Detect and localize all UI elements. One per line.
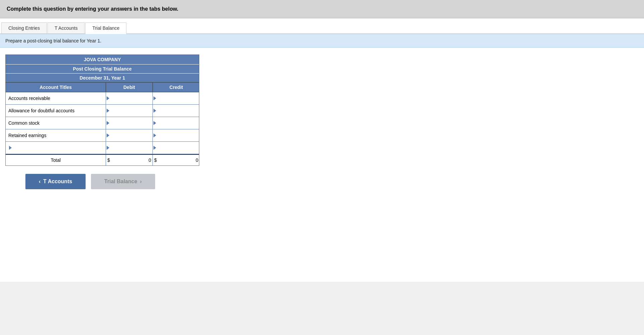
- back-button[interactable]: ‹ T Accounts: [25, 174, 86, 189]
- tab-closing-entries[interactable]: Closing Entries: [1, 22, 47, 33]
- credit-input-3[interactable]: [156, 131, 200, 139]
- account-cell-2: Common stock: [6, 117, 106, 129]
- caret-icon: [107, 96, 109, 100]
- total-row: Total $ 0 $ 0: [6, 154, 199, 165]
- tab-t-accounts[interactable]: T Accounts: [47, 22, 85, 33]
- banner-text: Complete this question by entering your …: [7, 6, 178, 12]
- account-cell-4: [6, 142, 106, 154]
- credit-cell-4: [153, 142, 200, 154]
- credit-cell-2: [153, 117, 200, 129]
- back-arrow-icon: ‹: [39, 179, 40, 185]
- forward-button[interactable]: Trial Balance ›: [91, 174, 155, 189]
- debit-dollar-sign: $: [107, 157, 110, 163]
- caret-icon: [153, 121, 156, 125]
- caret-icon: [107, 121, 109, 125]
- trial-balance-table: JOVA COMPANY Post Closing Trial Balance …: [5, 54, 199, 166]
- credit-cell-3: [153, 129, 200, 141]
- column-headers: Account Titles Debit Credit: [6, 83, 199, 92]
- credit-cell-1: [153, 105, 200, 117]
- debit-cell-4: [106, 142, 153, 154]
- table-row: Common stock: [6, 117, 199, 129]
- total-debit: $ 0: [106, 155, 153, 165]
- credit-dollar-sign: $: [154, 157, 157, 163]
- debit-cell-3: [106, 129, 153, 141]
- caret-icon: [153, 146, 156, 150]
- debit-input-1[interactable]: [109, 107, 152, 115]
- caret-icon: [153, 133, 156, 137]
- nav-buttons: ‹ T Accounts Trial Balance ›: [25, 174, 639, 189]
- back-button-label: T Accounts: [43, 179, 72, 185]
- credit-input-4[interactable]: [156, 144, 200, 152]
- debit-input-2[interactable]: [109, 119, 152, 127]
- caret-icon: [9, 146, 12, 150]
- tabs-bar: Closing Entries T Accounts Trial Balance: [0, 18, 644, 34]
- debit-cell-1: [106, 105, 153, 117]
- table-report-title: Post Closing Trial Balance: [6, 65, 199, 74]
- table-company-name: JOVA COMPANY: [6, 55, 199, 65]
- table-row: Accounts receivable: [6, 92, 199, 105]
- instruction-bar: Prepare a post-closing trial balance for…: [0, 34, 644, 48]
- total-credit-value: 0: [158, 157, 198, 163]
- caret-icon: [107, 146, 109, 150]
- debit-input-0[interactable]: [109, 94, 152, 102]
- table-date: December 31, Year 1: [6, 74, 199, 83]
- caret-icon: [153, 96, 156, 100]
- debit-input-3[interactable]: [109, 131, 152, 139]
- total-debit-value: 0: [111, 157, 151, 163]
- caret-icon: [107, 109, 109, 113]
- debit-cell-2: [106, 117, 153, 129]
- forward-arrow-icon: ›: [140, 179, 142, 185]
- account-input-4[interactable]: [12, 144, 103, 152]
- credit-input-1[interactable]: [156, 107, 200, 115]
- caret-icon: [153, 109, 156, 113]
- col-header-account: Account Titles: [6, 83, 106, 92]
- col-header-credit: Credit: [153, 83, 200, 92]
- total-credit: $ 0: [153, 155, 200, 165]
- credit-input-0[interactable]: [156, 94, 200, 102]
- table-row: Retained earnings: [6, 129, 199, 142]
- account-cell-1: Allowance for doubtful accounts: [6, 105, 106, 117]
- debit-cell-0: [106, 92, 153, 104]
- main-content: JOVA COMPANY Post Closing Trial Balance …: [0, 48, 644, 282]
- instruction-banner: Complete this question by entering your …: [0, 0, 644, 18]
- col-header-debit: Debit: [106, 83, 153, 92]
- table-row: Allowance for doubtful accounts: [6, 105, 199, 117]
- table-row: [6, 142, 199, 154]
- instruction-text: Prepare a post-closing trial balance for…: [5, 38, 101, 43]
- caret-icon: [107, 133, 109, 137]
- account-cell-0: Accounts receivable: [6, 92, 106, 104]
- credit-input-2[interactable]: [156, 119, 200, 127]
- forward-button-label: Trial Balance: [104, 179, 137, 185]
- credit-cell-0: [153, 92, 200, 104]
- tab-trial-balance[interactable]: Trial Balance: [85, 22, 126, 34]
- debit-input-4[interactable]: [109, 144, 152, 152]
- account-cell-3: Retained earnings: [6, 129, 106, 141]
- total-label: Total: [6, 155, 106, 165]
